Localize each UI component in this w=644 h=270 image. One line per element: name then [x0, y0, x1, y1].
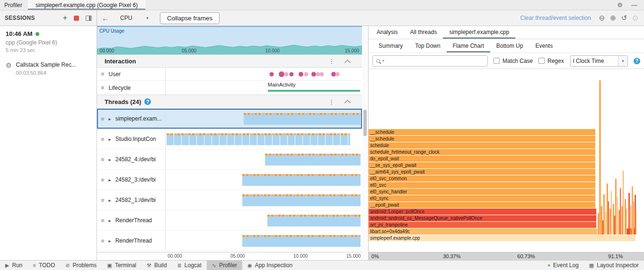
collapse-chevron-icon[interactable]	[344, 100, 351, 106]
add-session-icon[interactable]: +	[63, 14, 67, 22]
analysis-tab-analysis[interactable]: Analysis	[371, 26, 404, 39]
collapse-frames-button[interactable]: Collapse frames	[160, 12, 220, 24]
drag-handle-icon[interactable]: ≡	[101, 217, 105, 224]
session-tab[interactable]: simpleperf.example.cpp (Google Pixel 6)	[28, 0, 145, 10]
thread-name-cell[interactable]: ≡▸simpleperf.exam...	[97, 109, 166, 129]
minimize-icon[interactable]: —	[631, 1, 637, 9]
kebab-menu-icon[interactable]: ⋮	[328, 98, 335, 105]
match-case-checkbox[interactable]	[494, 58, 500, 64]
reset-zoom-icon[interactable]: ↺	[621, 14, 627, 22]
drag-handle-icon[interactable]: ≡	[101, 197, 105, 204]
thread-name-cell[interactable]: ≡▸RenderThread	[97, 210, 166, 230]
flame-frame[interactable]: __schedule	[369, 129, 596, 135]
expand-arrow-icon[interactable]: ▸	[109, 116, 111, 122]
flame-frame[interactable]: el0_svc	[369, 182, 596, 188]
thread-row[interactable]: ≡▸RenderThread	[97, 231, 362, 251]
stop-recording-icon[interactable]	[74, 16, 79, 21]
help-icon[interactable]: ?	[634, 58, 640, 64]
flame-frame[interactable]: __se_sys_epoll_pwait	[369, 162, 596, 168]
flame-frame[interactable]: simpleperf.example.cpp	[369, 235, 636, 241]
flame-frame[interactable]: art_jni_trampoline	[369, 222, 597, 228]
threads-help-icon[interactable]: ?	[144, 98, 151, 105]
drag-handle-icon[interactable]: ≡	[101, 70, 105, 78]
user-event-dot[interactable]	[279, 71, 284, 77]
flame-frame[interactable]: el0_sync_handler	[369, 189, 596, 195]
match-case-option[interactable]: Match Case	[494, 58, 533, 64]
statusbar-item-terminal[interactable]: ▣Terminal	[102, 261, 141, 270]
statusbar-item-profiler[interactable]: ∿Profiler	[207, 261, 242, 270]
flame-frame[interactable]: schedule	[369, 142, 596, 148]
flame-frame[interactable]: el0_sync	[369, 195, 596, 201]
flame-chart[interactable]: __schedule__schedulescheduleschedule_hrt…	[369, 69, 644, 252]
subtab-flame-chart[interactable]: Flame Chart	[447, 39, 490, 52]
drag-handle-icon[interactable]: ≡	[101, 237, 105, 244]
user-event-dot[interactable]	[304, 72, 308, 76]
statusbar-item-todo[interactable]: ≡TODO	[27, 261, 60, 270]
thread-activity-track[interactable]	[166, 149, 362, 169]
flame-frame[interactable]: __arm64_sys_epoll_pwait	[369, 169, 596, 175]
thread-activity-track[interactable]	[166, 231, 362, 251]
user-events-track[interactable]	[166, 68, 362, 80]
user-event-dot[interactable]	[335, 72, 340, 76]
thread-row[interactable]: ≡▸24582_1:/dev/bi	[97, 190, 362, 210]
user-event-dot[interactable]	[270, 72, 274, 76]
back-arrow-icon[interactable]: ←	[102, 14, 109, 22]
search-options-caret-icon[interactable]: ▾	[382, 59, 384, 63]
clock-type-dropdown[interactable]: l Clock Time ▾	[570, 55, 628, 67]
expand-arrow-icon[interactable]: ▸	[109, 157, 111, 162]
zoom-in-icon[interactable]: ⊕	[610, 14, 616, 22]
zoom-out-icon[interactable]: ⊖	[599, 14, 605, 22]
session-entry[interactable]: 10:46 AM cpp (Google Pixel 6) 5 min 23 s…	[0, 26, 97, 58]
flame-frame[interactable]: __schedule	[369, 136, 596, 142]
search-box[interactable]: ▾	[372, 55, 488, 67]
zoom-to-selection-icon[interactable]: ⊙	[632, 14, 638, 22]
thread-name-cell[interactable]: ≡▸24582_1:/dev/bi	[97, 190, 166, 210]
thread-row[interactable]: ≡▸RenderThread	[97, 210, 362, 231]
cpu-usage-chart[interactable]: CPU Usage 00.00005.00010.00015.000	[97, 26, 362, 54]
thread-activity-track[interactable]	[166, 129, 362, 149]
user-row[interactable]: ≡ User	[97, 68, 362, 81]
statusbar-item-logcat[interactable]: ≣Logcat	[172, 261, 207, 270]
expand-arrow-icon[interactable]: ▸	[109, 177, 111, 183]
drag-handle-icon[interactable]: ≡	[101, 84, 105, 91]
expand-arrow-icon[interactable]: ▸	[109, 238, 111, 244]
expand-arrow-icon[interactable]: ▸	[109, 198, 111, 203]
user-event-dot[interactable]	[284, 72, 289, 76]
thread-activity-track[interactable]	[166, 170, 362, 190]
analysis-tab-all-threads[interactable]: All threads	[404, 26, 443, 39]
thread-activity-track[interactable]	[166, 190, 362, 210]
thread-activity-track[interactable]	[166, 109, 362, 129]
thread-name-cell[interactable]: ≡▸Studio:InputCon	[97, 129, 166, 149]
flame-frame[interactable]: do_epoll_wait	[369, 156, 596, 162]
flame-frame[interactable]: el0_svc_common	[369, 175, 596, 182]
subtab-summary[interactable]: Summary	[372, 39, 409, 52]
timeline-scrollbar[interactable]	[362, 26, 368, 260]
thread-row[interactable]: ≡▸simpleperf.exam...	[97, 109, 362, 129]
analysis-tab-simpleperf-example-cpp[interactable]: simpleperf.example.cpp	[443, 26, 515, 39]
statusbar-item-layout-inspector[interactable]: ▦Layout Inspector	[584, 261, 644, 270]
thread-activity-track[interactable]	[166, 210, 362, 230]
flame-frame[interactable]: android::android_os_MessageQueue_nativeP…	[369, 215, 597, 221]
flame-frame[interactable]: __epoll_pwait	[369, 202, 596, 208]
scrollbar-thumb[interactable]	[363, 110, 367, 136]
threads-section-header[interactable]: Threads (24) ? ⋮	[97, 95, 362, 109]
recording-artifact[interactable]: ⚙ Callstack Sample Rec... 00:03:50.864	[0, 58, 97, 79]
thread-name-cell[interactable]: ≡▸RenderThread	[97, 231, 166, 251]
thread-name-cell[interactable]: ≡▸24582_4:/dev/bi	[97, 149, 166, 169]
drag-handle-icon[interactable]: ≡	[101, 156, 105, 163]
expand-panel-icon[interactable]	[86, 16, 92, 21]
clear-selection-link[interactable]: Clear thread/event selection	[520, 15, 591, 21]
drag-handle-icon[interactable]: ≡	[101, 115, 105, 122]
subtab-events[interactable]: Events	[529, 39, 559, 52]
user-event-dot[interactable]	[319, 72, 324, 76]
interaction-section-header[interactable]: Interaction ⋮	[97, 54, 362, 68]
flame-frame[interactable]: android::Looper::pollOnce	[369, 209, 597, 215]
lifecycle-row[interactable]: ≡ Lifecycle MainActivity	[97, 81, 362, 95]
flame-frame[interactable]: libart.so+0x4da49c	[369, 228, 598, 235]
expand-arrow-icon[interactable]: ▸	[109, 218, 111, 223]
regex-option[interactable]: Regex	[538, 58, 564, 64]
user-event-dot[interactable]	[299, 72, 303, 77]
drag-handle-icon[interactable]: ≡	[101, 176, 105, 183]
subtab-top-down[interactable]: Top Down	[409, 39, 446, 52]
gear-icon[interactable]: ⚙	[617, 1, 623, 9]
